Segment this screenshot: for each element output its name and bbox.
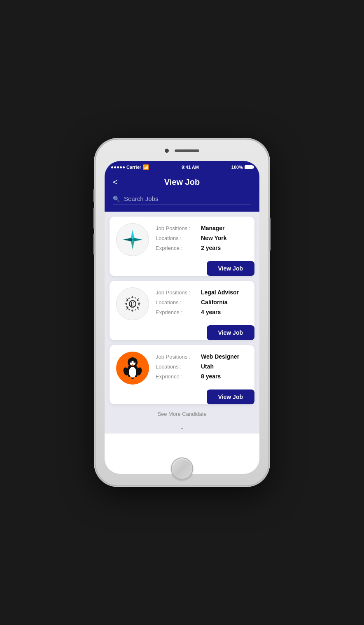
position-row-3: Job Positions : Web Designer	[156, 353, 248, 360]
job-details-2: Job Positions : Legal Advisor Locations …	[156, 287, 248, 319]
experience-value-3: 8 years	[201, 373, 221, 380]
position-value-3: Web Designer	[201, 353, 239, 360]
location-row-1: Locations : New York	[156, 235, 248, 241]
experience-row-1: Exprience : 2 years	[156, 245, 248, 251]
front-camera	[165, 149, 169, 153]
svg-text:F: F	[131, 301, 134, 307]
search-icon: 🔍	[113, 196, 120, 202]
power-button	[269, 218, 271, 251]
position-row-1: Job Positions : Manager	[156, 225, 248, 231]
status-bar: Carrier 📶 9:41 AM 100%	[105, 161, 259, 173]
location-value-2: California	[201, 299, 228, 306]
experience-label-3: Exprience :	[156, 373, 201, 380]
job-card-2: F Job Positions : Legal Advisor Location…	[110, 281, 254, 340]
location-label-3: Locations :	[156, 364, 201, 370]
mute-button	[93, 189, 95, 202]
battery-icon	[245, 165, 253, 169]
experience-value-2: 4 years	[201, 309, 221, 315]
svg-point-14	[133, 361, 135, 363]
location-value-3: Utah	[201, 363, 214, 370]
volume-down-button	[93, 233, 95, 255]
location-value-1: New York	[201, 235, 227, 241]
view-job-btn-2: View Job	[116, 325, 248, 340]
job-details-3: Job Positions : Web Designer Locations :…	[156, 352, 248, 383]
see-more-label[interactable]: See More Candidate	[110, 411, 254, 419]
svg-point-16	[128, 377, 132, 379]
time-label: 9:41 AM	[182, 165, 199, 170]
content-area: Job Positions : Manager Locations : New …	[105, 212, 259, 434]
position-value-1: Manager	[201, 225, 225, 231]
svg-point-13	[130, 361, 132, 363]
search-bar[interactable]: 🔍 Search Jobs	[113, 195, 251, 205]
job-card-1: Job Positions : Manager Locations : New …	[110, 217, 254, 276]
position-row-2: Job Positions : Legal Advisor	[156, 289, 248, 296]
battery-percentage: 100%	[231, 165, 243, 170]
volume-up-button	[93, 208, 95, 229]
company-logo-2: F	[116, 287, 149, 320]
location-label-2: Locations :	[156, 299, 201, 306]
card-top-2: F Job Positions : Legal Advisor Location…	[116, 287, 248, 320]
job-details-1: Job Positions : Manager Locations : New …	[156, 223, 248, 254]
location-row-2: Locations : California	[156, 299, 248, 306]
location-row-3: Locations : Utah	[156, 363, 248, 370]
status-right: 100%	[231, 165, 253, 170]
chevron-down-icon[interactable]: ⌄	[110, 424, 254, 430]
search-input[interactable]: Search Jobs	[124, 195, 158, 202]
phone-screen: Carrier 📶 9:41 AM 100% < View Job 🔍 Sear…	[105, 161, 259, 474]
battery-fill	[245, 166, 252, 169]
speaker	[175, 149, 199, 152]
phone-frame: Carrier 📶 9:41 AM 100% < View Job 🔍 Sear…	[96, 140, 268, 485]
page-title: View Job	[125, 177, 251, 187]
search-area: 🔍 Search Jobs	[105, 192, 259, 212]
experience-value-1: 2 years	[201, 245, 221, 251]
experience-label-2: Exprience :	[156, 309, 201, 315]
svg-point-10	[129, 367, 136, 378]
card-top-1: Job Positions : Manager Locations : New …	[116, 223, 248, 256]
card-top-3: Job Positions : Web Designer Locations :…	[116, 352, 248, 385]
view-job-button-2[interactable]: View Job	[207, 325, 254, 340]
status-left: Carrier 📶	[111, 164, 149, 170]
view-job-btn-1: View Job	[116, 261, 248, 276]
experience-row-2: Exprience : 4 years	[156, 309, 248, 315]
back-button[interactable]: <	[113, 177, 125, 187]
position-label-3: Job Positions :	[156, 354, 201, 360]
location-label-1: Locations :	[156, 235, 201, 241]
company-logo-3	[116, 352, 149, 385]
position-value-2: Legal Advisor	[201, 289, 239, 296]
wifi-icon: 📶	[143, 164, 149, 170]
home-button[interactable]	[171, 457, 193, 480]
view-job-btn-3: View Job	[116, 389, 248, 404]
position-label-2: Job Positions :	[156, 289, 201, 296]
svg-point-17	[133, 377, 138, 379]
carrier-label: Carrier	[126, 165, 141, 170]
company-logo-1	[116, 223, 149, 256]
experience-row-3: Exprience : 8 years	[156, 373, 248, 380]
nav-bar: < View Job	[105, 173, 259, 192]
view-job-button-3[interactable]: View Job	[207, 389, 254, 404]
job-card-3: Job Positions : Web Designer Locations :…	[110, 345, 254, 404]
camera-area	[165, 149, 199, 153]
signal-dots	[111, 166, 125, 168]
position-label-1: Job Positions :	[156, 225, 201, 231]
experience-label-1: Exprience :	[156, 245, 201, 251]
view-job-button-1[interactable]: View Job	[207, 261, 254, 276]
